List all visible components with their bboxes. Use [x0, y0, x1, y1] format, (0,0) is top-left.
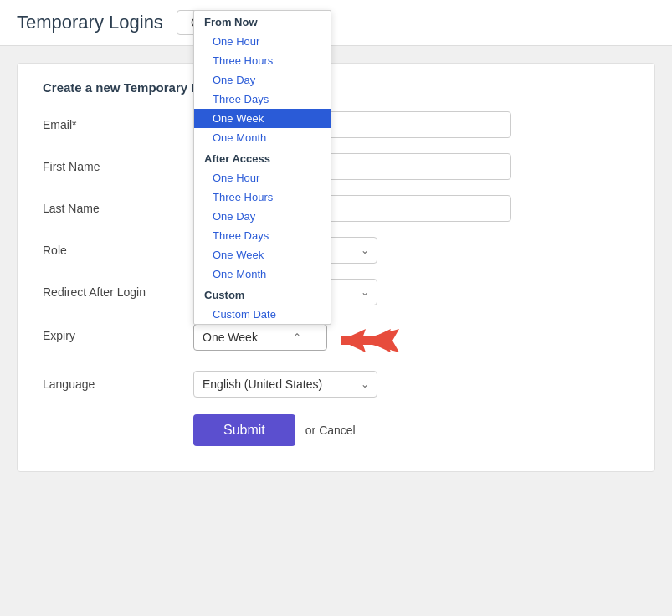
dropdown-item-aa-one-day[interactable]: One Day: [194, 207, 331, 226]
expiry-row: Expiry From Now One Hour Three Hours One…: [43, 321, 629, 356]
lastname-label: Last Name: [43, 202, 193, 215]
dropdown-item-aa-one-week[interactable]: One Week: [194, 245, 331, 264]
dropdown-item-aa-three-days[interactable]: Three Days: [194, 226, 331, 245]
role-row: Role ⌄: [43, 237, 629, 264]
page-title: Temporary Logins: [17, 12, 163, 33]
custom-group-label: Custom: [194, 284, 331, 305]
red-arrow-indicator: [341, 326, 399, 356]
dropdown-item-one-hour[interactable]: One Hour: [194, 32, 331, 51]
expiry-arrow-icon: ⌃: [293, 331, 301, 343]
firstname-label: First Name: [43, 160, 193, 173]
dropdown-item-aa-one-month[interactable]: One Month: [194, 264, 331, 284]
language-row: Language English (United States) ⌄: [43, 371, 629, 398]
dropdown-item-one-week-selected[interactable]: One Week: [194, 109, 331, 128]
form-subtitle: Create a new Temporary Login: [43, 80, 629, 95]
page-header: Temporary Logins Create New: [0, 0, 672, 46]
submit-row: Submit or Cancel: [193, 414, 629, 446]
red-arrow-left-svg: [341, 326, 399, 355]
language-select-wrapper: English (United States) ⌄: [193, 371, 377, 398]
dropdown-item-custom-date[interactable]: Custom Date: [194, 305, 331, 324]
redirect-label: Redirect After Login: [43, 285, 193, 299]
email-row: Email*: [43, 111, 629, 138]
svg-rect-3: [341, 336, 392, 345]
dropdown-item-three-hours[interactable]: Three Hours: [194, 51, 331, 70]
expiry-label: Expiry: [43, 324, 193, 342]
dropdown-item-aa-three-hours[interactable]: Three Hours: [194, 187, 331, 207]
expiry-dropdown[interactable]: From Now One Hour Three Hours One Day Th…: [193, 10, 331, 325]
dropdown-item-three-days[interactable]: Three Days: [194, 90, 331, 109]
redirect-row: Redirect After Login ⌄: [43, 279, 629, 305]
expiry-value: One Week: [203, 331, 258, 344]
submit-button[interactable]: Submit: [193, 414, 295, 446]
from-now-group-label: From Now: [194, 11, 331, 32]
form-container: Create a new Temporary Login Email* Firs…: [17, 63, 655, 472]
cancel-link[interactable]: or Cancel: [305, 424, 356, 437]
lastname-row: Last Name: [43, 195, 629, 222]
dropdown-item-one-month[interactable]: One Month: [194, 128, 331, 147]
role-label: Role: [43, 244, 193, 257]
firstname-row: First Name: [43, 153, 629, 180]
expiry-select-display[interactable]: One Week ⌃: [193, 324, 327, 351]
language-label: Language: [43, 377, 193, 391]
dropdown-item-aa-one-hour[interactable]: One Hour: [194, 168, 331, 187]
after-access-group-label: After Access: [194, 147, 331, 168]
language-select[interactable]: English (United States): [193, 371, 377, 398]
expiry-container: From Now One Hour Three Hours One Day Th…: [193, 324, 327, 351]
email-label: Email*: [43, 118, 193, 131]
dropdown-item-one-day[interactable]: One Day: [194, 70, 331, 90]
